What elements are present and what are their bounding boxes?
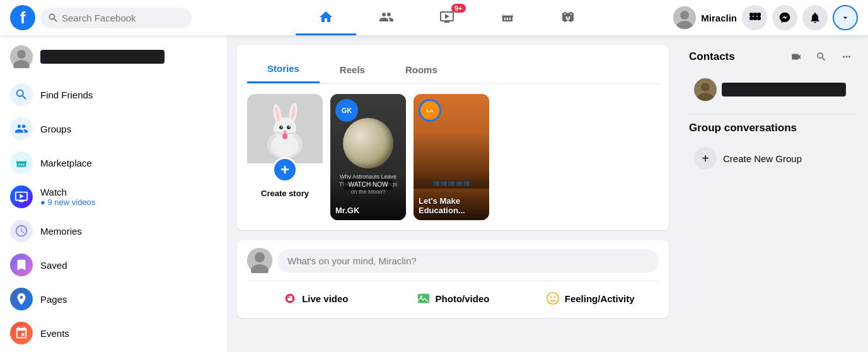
contacts-header: Contacts xyxy=(689,45,858,68)
left-sidebar: ████████████████ Find Friends Groups xyxy=(0,35,227,352)
group-conversations-title: Group conversations xyxy=(689,122,858,134)
search-bar[interactable] xyxy=(40,8,192,28)
composer-avatar xyxy=(247,248,272,273)
svg-point-15 xyxy=(287,126,291,129)
sidebar-avatar-icon xyxy=(10,45,33,68)
composer-actions: Live video Photo/video xyxy=(247,281,659,310)
friends-icon xyxy=(379,9,394,25)
svg-point-34 xyxy=(553,296,555,298)
nav-profile[interactable]: Miraclin xyxy=(673,6,737,29)
search-input[interactable] xyxy=(62,13,184,23)
contact-avatar-icon xyxy=(694,78,717,101)
svg-point-17 xyxy=(289,126,290,127)
notifications-btn[interactable] xyxy=(802,5,828,30)
nav-center: 9+ xyxy=(224,0,669,35)
facebook-logo: f xyxy=(10,5,35,30)
marketplace-label: Marketplace xyxy=(40,158,92,168)
nav-left: f xyxy=(10,5,224,30)
nav-home-btn[interactable] xyxy=(296,0,356,35)
pages-icon xyxy=(14,292,28,306)
feeling-btn[interactable]: Feeling/Activity xyxy=(521,286,659,310)
story-mrgk[interactable]: Why Astronauts Leave These Weirdest Thin… xyxy=(330,94,406,220)
story-mrgk-name: Mr.GK xyxy=(335,206,401,215)
contacts-title: Contacts xyxy=(689,50,735,63)
create-story-card[interactable]: + Create story xyxy=(247,94,323,220)
right-sidebar: Contacts xyxy=(679,35,868,352)
nav-gaming-btn[interactable] xyxy=(538,0,598,35)
sidebar-avatar xyxy=(10,45,33,68)
sidebar-item-saved[interactable]: Saved xyxy=(5,249,222,281)
stories-row: + Create story Why Astronauts Leave Thes… xyxy=(247,94,659,220)
contact-avatar-1 xyxy=(694,78,717,101)
sidebar-item-find-friends[interactable]: Find Friends xyxy=(5,78,222,111)
saved-label: Saved xyxy=(40,260,67,271)
svg-point-33 xyxy=(550,296,552,298)
sidebar-item-events[interactable]: Events xyxy=(5,317,222,349)
live-video-icon xyxy=(283,291,297,305)
stories-card: Stories Reels Rooms xyxy=(237,45,669,230)
events-icon xyxy=(14,326,28,340)
nav-watch-btn[interactable]: 9+ xyxy=(417,0,477,35)
home-icon xyxy=(318,9,333,25)
svg-point-25 xyxy=(255,252,265,262)
contact-item-1[interactable]: ████████████████ xyxy=(689,73,858,106)
search-icon xyxy=(48,13,58,23)
composer-top xyxy=(247,248,659,273)
bell-icon xyxy=(809,11,821,24)
story-edu-name: Let's Make Education... xyxy=(419,196,484,215)
marketplace-sidebar-icon xyxy=(14,156,28,170)
find-friends-label: Find Friends xyxy=(40,90,93,100)
create-story-image xyxy=(247,94,323,163)
post-input[interactable] xyxy=(277,249,659,273)
create-group-plus-icon: + xyxy=(694,147,717,170)
contacts-actions xyxy=(785,45,858,68)
events-icon-wrapper xyxy=(10,322,33,344)
dropdown-btn[interactable] xyxy=(833,5,858,30)
search-contacts-btn[interactable] xyxy=(810,45,833,68)
ellipsis-icon xyxy=(841,51,852,62)
saved-icon xyxy=(14,258,28,272)
tab-stories[interactable]: Stories xyxy=(247,56,320,83)
create-new-group-btn[interactable]: + Create New Group xyxy=(689,142,858,175)
bunny-illustration xyxy=(257,94,313,163)
new-room-btn[interactable] xyxy=(785,45,807,68)
main-layout: ████████████████ Find Friends Groups xyxy=(0,0,868,352)
sidebar-item-memories[interactable]: Memories xyxy=(5,214,222,247)
nav-friends-btn[interactable] xyxy=(356,0,417,35)
watch-sidebar-icon xyxy=(14,190,28,204)
svg-point-16 xyxy=(281,126,282,127)
watch-icon xyxy=(439,9,454,25)
find-friends-icon-wrapper xyxy=(10,83,33,106)
sidebar-item-marketplace[interactable]: Marketplace xyxy=(5,146,222,179)
watch-sublabel: ● 9 new videos xyxy=(40,197,95,207)
messenger-btn[interactable] xyxy=(772,5,797,30)
sidebar-item-groups[interactable]: Groups xyxy=(5,112,222,145)
feeling-icon xyxy=(546,291,560,305)
story-education[interactable]: 👥 👥 👥 👥 👥 LA Let's Make Education... xyxy=(414,94,489,220)
nav-username: Miraclin xyxy=(701,13,737,23)
photo-video-label: Photo/video xyxy=(436,293,490,304)
nav-marketplace-btn[interactable] xyxy=(477,0,538,35)
memories-icon-wrapper xyxy=(10,220,33,242)
apps-btn[interactable] xyxy=(742,5,767,30)
svg-point-19 xyxy=(282,133,287,139)
watch-item-content: Watch ● 9 new videos xyxy=(40,187,95,207)
pages-icon-wrapper xyxy=(10,288,33,310)
messenger-icon xyxy=(778,11,791,24)
svg-point-29 xyxy=(288,296,290,298)
avatar-icon xyxy=(673,6,696,29)
sidebar-item-pages[interactable]: Pages xyxy=(5,283,222,315)
sidebar-user-profile[interactable]: ████████████████ xyxy=(5,40,222,78)
tab-rooms[interactable]: Rooms xyxy=(385,56,458,83)
more-contacts-btn[interactable] xyxy=(835,45,858,68)
live-video-label: Live video xyxy=(302,293,348,304)
sidebar-item-watch[interactable]: Watch ● 9 new videos xyxy=(5,180,222,213)
tab-reels[interactable]: Reels xyxy=(320,56,385,83)
svg-point-14 xyxy=(279,126,283,129)
live-video-btn[interactable]: Live video xyxy=(247,286,385,310)
memories-label: Memories xyxy=(40,226,82,237)
groups-icon-wrapper xyxy=(10,117,33,140)
photo-video-btn[interactable]: Photo/video xyxy=(385,286,522,310)
create-story-plus-btn[interactable]: + xyxy=(272,157,298,182)
watch-badge: 9+ xyxy=(451,4,466,13)
